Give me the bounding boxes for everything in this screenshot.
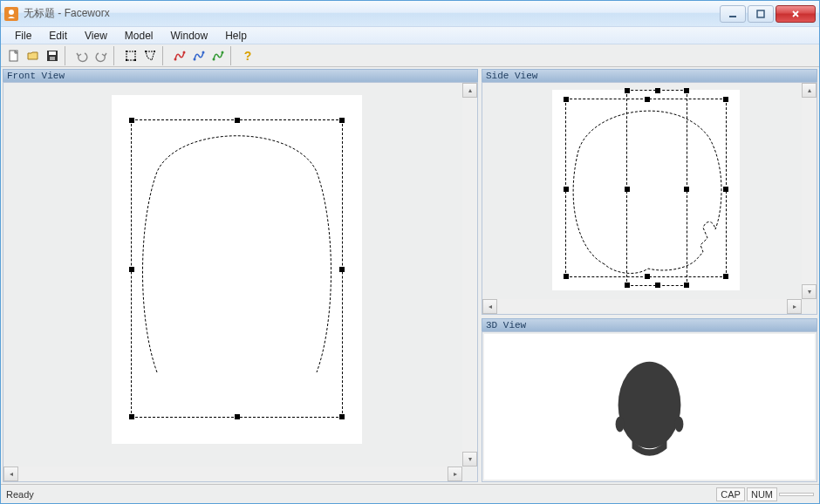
svg-rect-5: [49, 51, 56, 55]
scroll-up-icon[interactable]: ▴: [802, 83, 817, 98]
head-3d: [484, 334, 815, 480]
svg-rect-11: [134, 59, 136, 61]
status-ready: Ready: [6, 489, 34, 500]
svg-rect-2: [757, 10, 764, 17]
scroll-left-icon[interactable]: ◂: [482, 299, 497, 314]
scroll-down-icon[interactable]: ▾: [802, 284, 817, 299]
head-outline-side: [565, 99, 727, 277]
open-icon[interactable]: [24, 46, 43, 65]
svg-text:?: ?: [244, 49, 252, 63]
svg-point-0: [9, 10, 14, 15]
scroll-up-icon[interactable]: ▴: [462, 83, 477, 98]
statusbar: Ready CAP NUM: [1, 484, 819, 503]
box-select-icon[interactable]: [121, 46, 140, 65]
scroll-track[interactable]: [802, 98, 817, 284]
lasso-select-icon[interactable]: [140, 46, 160, 65]
side-view-body[interactable]: ▴ ▾ ◂ ▸: [482, 82, 817, 315]
side-view-header: Side View: [482, 69, 817, 82]
svg-point-19: [222, 51, 224, 53]
redo-icon[interactable]: [92, 46, 111, 65]
menu-help[interactable]: Help: [216, 28, 256, 44]
menu-file[interactable]: File: [6, 28, 40, 44]
toolbar-separator: [113, 46, 119, 65]
3d-view-body[interactable]: [482, 331, 817, 482]
minimize-button[interactable]: [720, 5, 746, 23]
svg-point-18: [213, 58, 215, 60]
side-view-pane: Side View: [482, 69, 817, 315]
scrollbar-horizontal[interactable]: ◂ ▸: [482, 299, 802, 314]
3d-view-header: 3D View: [482, 318, 817, 331]
status-cap: CAP: [716, 487, 745, 501]
scroll-track[interactable]: [462, 98, 477, 452]
window: 无标题 - Faceworx File Edit View Model Wind…: [0, 0, 820, 504]
svg-rect-10: [126, 59, 127, 61]
scroll-track[interactable]: [497, 299, 787, 314]
close-button[interactable]: [776, 5, 816, 23]
svg-rect-1: [729, 16, 736, 17]
scrollbar-vertical[interactable]: ▴ ▾: [462, 83, 477, 467]
titlebar: 无标题 - Faceworx: [1, 1, 819, 27]
svg-point-14: [174, 58, 177, 60]
curve-green-icon[interactable]: [208, 46, 228, 65]
new-icon[interactable]: [4, 46, 24, 65]
menu-window[interactable]: Window: [162, 28, 217, 44]
workspace: Front View: [1, 67, 819, 484]
scroll-track[interactable]: [18, 467, 448, 481]
menu-view[interactable]: View: [76, 28, 116, 44]
maximize-button[interactable]: [748, 5, 774, 23]
front-view-body[interactable]: ▴ ▾ ◂ ▸: [3, 82, 478, 482]
undo-icon[interactable]: [72, 46, 92, 65]
save-icon[interactable]: [43, 46, 62, 65]
toolbar-separator: [162, 46, 167, 65]
scroll-down-icon[interactable]: ▾: [462, 452, 477, 467]
front-view-header: Front View: [3, 69, 478, 82]
scrollbar-vertical[interactable]: ▴ ▾: [802, 83, 817, 299]
svg-rect-6: [50, 57, 55, 60]
svg-rect-12: [145, 51, 147, 52]
head-outline-front: [131, 119, 343, 418]
svg-rect-8: [126, 51, 127, 52]
scrollbar-horizontal[interactable]: ◂ ▸: [3, 467, 462, 481]
svg-point-22: [616, 416, 625, 432]
svg-rect-9: [134, 51, 136, 52]
window-title: 无标题 - Faceworx: [24, 6, 720, 21]
3d-view-pane: 3D View: [482, 318, 817, 482]
side-canvas[interactable]: [552, 90, 740, 290]
menu-model[interactable]: Model: [116, 28, 162, 44]
curve-blue-icon[interactable]: [189, 46, 208, 65]
status-num: NUM: [747, 487, 777, 501]
scroll-right-icon[interactable]: ▸: [448, 467, 462, 481]
status-empty: [779, 493, 814, 496]
svg-rect-7: [126, 51, 135, 60]
front-view-pane: Front View: [3, 69, 478, 482]
scroll-right-icon[interactable]: ▸: [787, 299, 802, 314]
scroll-left-icon[interactable]: ◂: [3, 467, 18, 481]
menubar: File Edit View Model Window Help: [1, 27, 819, 44]
window-controls: [720, 5, 816, 23]
toolbar: ?: [1, 44, 819, 67]
svg-point-17: [202, 51, 205, 53]
3d-canvas[interactable]: [484, 334, 815, 480]
help-icon[interactable]: ?: [238, 46, 257, 65]
svg-point-21: [618, 362, 681, 449]
svg-point-23: [674, 416, 683, 432]
curve-red-icon[interactable]: [170, 46, 189, 65]
svg-point-15: [183, 51, 186, 53]
svg-rect-13: [154, 51, 155, 52]
toolbar-separator: [230, 46, 236, 65]
svg-point-16: [194, 58, 196, 60]
toolbar-separator: [65, 46, 70, 65]
app-icon: [4, 7, 18, 21]
menu-edit[interactable]: Edit: [40, 28, 76, 44]
front-canvas[interactable]: [112, 95, 362, 444]
